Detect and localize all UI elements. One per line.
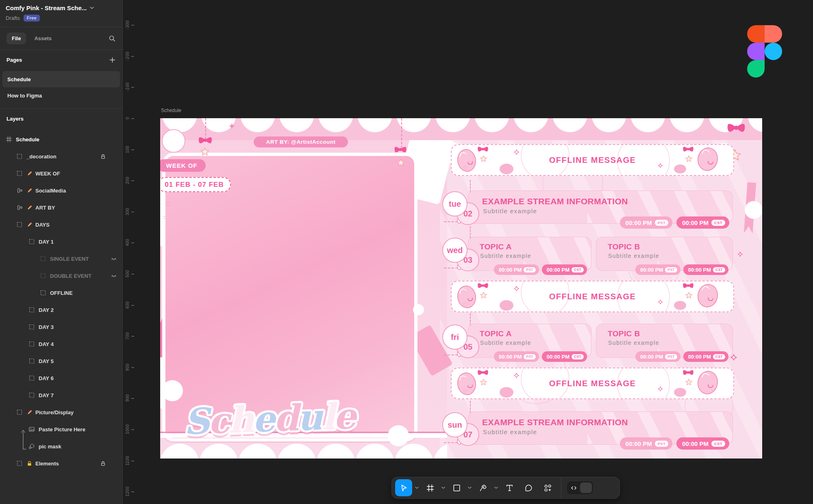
date-range-pill[interactable]: 01 FEB - 07 FEB <box>160 177 231 192</box>
stream-event-card[interactable]: EXAMPLE STREAM INFORMATION Subtitle exam… <box>468 411 733 445</box>
layer-row-day-7[interactable]: DAY 7 <box>0 387 122 404</box>
ruler-tick-label: 300 <box>124 203 130 221</box>
offline-message-row[interactable]: ♡ OFFLINE MESSAGE <box>451 368 734 399</box>
pen-tool[interactable] <box>474 479 491 496</box>
add-page-icon[interactable] <box>109 56 116 63</box>
schedule-frame[interactable]: Schedule ART BY: @ArtistAccount WEEK OF … <box>160 118 762 459</box>
page-item-how-to-figma[interactable]: How to Figma <box>2 87 120 104</box>
actions-tool[interactable] <box>539 479 556 496</box>
text-tool[interactable] <box>501 479 518 496</box>
event-subtitle[interactable]: Subtitle example <box>483 428 733 435</box>
chevron-down-icon[interactable] <box>441 479 446 496</box>
layer-row-single-event[interactable]: SINGLE EVENT <box>0 250 122 267</box>
frame-tool[interactable] <box>422 479 439 496</box>
topic-a-card[interactable]: TOPIC A Subtitle example 00:00 PMPST00:0… <box>468 237 591 271</box>
layer-row-day-5[interactable]: DAY 5 <box>0 353 122 370</box>
tab-assets[interactable]: Assets <box>34 35 52 41</box>
lock-icon <box>26 461 33 467</box>
time-pill-cst[interactable]: 00:00 PMCST <box>683 351 728 362</box>
event-subtitle[interactable]: Subtitle example <box>480 340 591 346</box>
layer-row-socialmedia[interactable]: SocialMedia <box>0 182 122 199</box>
search-icon[interactable] <box>108 35 116 42</box>
tab-file[interactable]: File <box>7 32 26 44</box>
event-title[interactable]: EXAMPLE STREAM INFORMATION <box>482 417 733 427</box>
chevron-down-icon[interactable] <box>90 6 94 9</box>
layer-row-paste-picture-here[interactable]: Paste Picture Here <box>0 421 122 438</box>
layer-row-day-4[interactable]: DAY 4 <box>0 335 122 353</box>
event-subtitle[interactable]: Subtitle example <box>608 253 733 259</box>
file-title: Comfy Pink - Stream Sche... <box>6 4 87 11</box>
layer-row-day-2[interactable]: DAY 2 <box>0 301 122 318</box>
layer-row-pic-mask[interactable]: pic mask <box>0 438 122 455</box>
shape-tool[interactable] <box>448 479 465 496</box>
event-subtitle[interactable]: Subtitle example <box>480 253 591 259</box>
time-pill-cst[interactable]: 00:00 PMCST <box>676 216 729 229</box>
week-of-pill[interactable]: WEEK OF <box>160 159 206 172</box>
circle-decor <box>413 304 424 315</box>
time-pill-pst[interactable]: 00:00 PMPST <box>620 437 672 450</box>
time-pill-pst[interactable]: 00:00 PMPST <box>494 264 539 275</box>
topic-a-card[interactable]: TOPIC A Subtitle example 00:00 PMPST00:0… <box>468 324 591 358</box>
lock-icon[interactable] <box>100 461 106 467</box>
group-icon <box>28 375 35 381</box>
dash-decor <box>470 401 471 413</box>
day-badge-wed[interactable]: 03 wed <box>442 238 480 273</box>
layer-row-week-of[interactable]: WEEK OF <box>0 165 122 182</box>
toolbar-divider <box>561 477 561 498</box>
layer-row--decoration[interactable]: _decoration <box>0 148 122 165</box>
topic-b-card[interactable]: TOPIC B Subtitle example 00:00 PMPST00:0… <box>596 237 733 271</box>
time-pill-cst[interactable]: 00:00 PMCST <box>542 351 587 362</box>
page-label: Schedule <box>7 76 31 82</box>
event-title[interactable]: TOPIC A <box>480 329 591 338</box>
pencil-icon <box>26 222 33 228</box>
chevron-down-icon[interactable] <box>414 479 420 496</box>
offline-message-row[interactable]: ♡ OFFLINE MESSAGE <box>451 281 734 312</box>
chevron-down-icon[interactable] <box>467 479 472 496</box>
time-pill-pst[interactable]: 00:00 PMPST <box>620 216 672 229</box>
layer-row-elements[interactable]: Elements <box>0 455 122 472</box>
event-title[interactable]: TOPIC A <box>480 242 591 251</box>
layer-row-day-3[interactable]: DAY 3 <box>0 318 122 335</box>
day-badge-tue[interactable]: 02 tue <box>442 191 480 227</box>
offline-message-row[interactable]: ♡ OFFLINE MESSAGE <box>451 144 734 176</box>
layer-row-day-6[interactable]: DAY 6 <box>0 370 122 387</box>
chevron-down-icon[interactable] <box>493 479 499 496</box>
dots-decor: : <box>163 216 165 219</box>
layer-row-double-event[interactable]: DOUBLE EVENT <box>0 267 122 284</box>
lock-icon[interactable] <box>100 154 106 160</box>
eye-closed-icon[interactable] <box>111 255 117 262</box>
dash-decor <box>470 226 471 238</box>
event-title[interactable]: EXAMPLE STREAM INFORMATION <box>482 197 733 206</box>
event-title[interactable]: TOPIC B <box>608 329 733 338</box>
time-pill-cst[interactable]: 00:00 PMCST <box>683 264 728 275</box>
day-badge-fri[interactable]: 05 fri <box>442 324 480 360</box>
event-subtitle[interactable]: Subtitle example <box>608 340 733 346</box>
time-pill-cst[interactable]: 00:00 PMCST <box>676 437 729 450</box>
layer-row-days[interactable]: DAYS <box>0 216 122 233</box>
art-by-pill[interactable]: ART BY: @ArtistAccount <box>254 136 348 147</box>
layer-label: DAY 2 <box>39 307 54 313</box>
layer-row-offline[interactable]: OFFLINE <box>0 284 122 301</box>
time-pill-pst[interactable]: 00:00 PMPST <box>635 351 680 362</box>
time-pill-cst[interactable]: 00:00 PMCST <box>542 264 587 275</box>
time-pill-pst[interactable]: 00:00 PMPST <box>494 351 539 362</box>
topic-b-card[interactable]: TOPIC B Subtitle example 00:00 PMPST00:0… <box>596 324 733 358</box>
schedule-script-title[interactable]: Schedule <box>183 395 355 443</box>
layer-row-picture-display[interactable]: Picture/Display <box>0 404 122 421</box>
dev-mode-toggle[interactable] <box>567 481 593 494</box>
layer-row-schedule[interactable]: Schedule <box>0 131 122 148</box>
comment-tool[interactable] <box>520 479 537 496</box>
stream-event-card[interactable]: EXAMPLE STREAM INFORMATION Subtitle exam… <box>468 190 733 224</box>
page-item-schedule[interactable]: Schedule <box>2 71 120 87</box>
breadcrumb-drafts[interactable]: Drafts <box>6 15 20 21</box>
layer-row-art-by[interactable]: ART BY <box>0 199 122 216</box>
move-tool[interactable] <box>395 479 412 496</box>
layer-row-day-1[interactable]: DAY 1 <box>0 233 122 250</box>
time-pill-pst[interactable]: 00:00 PMPST <box>635 264 680 275</box>
day-badge-sun[interactable]: 07 sun <box>442 412 480 448</box>
frame-title-label[interactable]: Schedule <box>161 108 181 113</box>
event-title[interactable]: TOPIC B <box>608 242 733 251</box>
eye-closed-icon[interactable] <box>111 273 117 279</box>
vertical-ruler[interactable]: -300-200-1000100200300400500600700800900… <box>123 0 136 504</box>
event-subtitle[interactable]: Subtitle example <box>483 208 733 214</box>
